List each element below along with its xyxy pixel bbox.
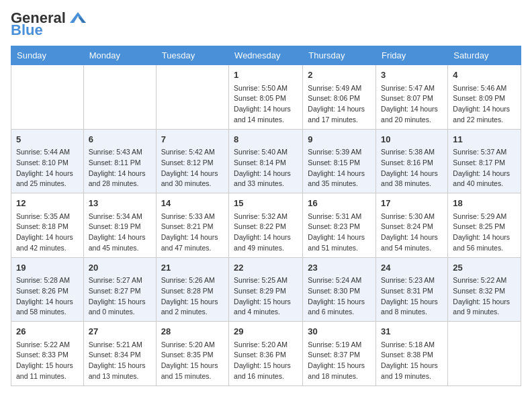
day-number: 19: [16, 261, 79, 275]
weekday-header-thursday: Thursday: [303, 46, 376, 65]
day-number: 20: [89, 261, 151, 275]
day-info: Sunrise: 5:44 AM Sunset: 8:10 PM Dayligh…: [16, 147, 79, 189]
day-number: 12: [16, 197, 79, 210]
day-number: 28: [161, 325, 224, 338]
day-number: 25: [453, 261, 516, 275]
calendar-cell: [156, 65, 228, 130]
calendar-cell: 21Sunrise: 5:26 AM Sunset: 8:28 PM Dayli…: [156, 257, 228, 322]
day-number: 3: [381, 68, 443, 82]
day-info: Sunrise: 5:23 AM Sunset: 8:31 PM Dayligh…: [381, 275, 443, 318]
day-info: Sunrise: 5:19 AM Sunset: 8:37 PM Dayligh…: [308, 340, 371, 382]
weekday-header-saturday: Saturday: [448, 46, 521, 65]
calendar-table: SundayMondayTuesdayWednesdayThursdayFrid…: [11, 46, 521, 386]
day-info: Sunrise: 5:29 AM Sunset: 8:25 PM Dayligh…: [453, 212, 516, 254]
day-info: Sunrise: 5:28 AM Sunset: 8:26 PM Dayligh…: [16, 275, 79, 318]
weekday-header-row: SundayMondayTuesdayWednesdayThursdayFrid…: [11, 46, 521, 65]
calendar-cell: 10Sunrise: 5:38 AM Sunset: 8:16 PM Dayli…: [376, 129, 448, 193]
calendar-cell: 15Sunrise: 5:32 AM Sunset: 8:22 PM Dayli…: [229, 193, 303, 258]
calendar-cell: 23Sunrise: 5:24 AM Sunset: 8:30 PM Dayli…: [303, 257, 376, 322]
day-info: Sunrise: 5:27 AM Sunset: 8:27 PM Dayligh…: [89, 275, 151, 318]
day-number: 14: [161, 197, 224, 210]
calendar-cell: 27Sunrise: 5:21 AM Sunset: 8:34 PM Dayli…: [83, 322, 156, 386]
calendar-week-5: 26Sunrise: 5:22 AM Sunset: 8:33 PM Dayli…: [11, 322, 521, 386]
day-info: Sunrise: 5:30 AM Sunset: 8:24 PM Dayligh…: [381, 212, 443, 254]
day-info: Sunrise: 5:24 AM Sunset: 8:30 PM Dayligh…: [308, 275, 371, 318]
day-info: Sunrise: 5:43 AM Sunset: 8:11 PM Dayligh…: [89, 147, 151, 189]
day-info: Sunrise: 5:21 AM Sunset: 8:34 PM Dayligh…: [89, 340, 151, 382]
calendar-cell: 13Sunrise: 5:34 AM Sunset: 8:19 PM Dayli…: [83, 193, 156, 258]
day-number: 21: [161, 261, 224, 275]
day-number: 9: [308, 133, 371, 146]
calendar-week-2: 5Sunrise: 5:44 AM Sunset: 8:10 PM Daylig…: [11, 129, 521, 193]
day-number: 16: [308, 197, 371, 210]
day-info: Sunrise: 5:46 AM Sunset: 8:09 PM Dayligh…: [453, 83, 516, 126]
day-number: 1: [234, 68, 298, 82]
calendar-cell: 5Sunrise: 5:44 AM Sunset: 8:10 PM Daylig…: [11, 129, 84, 193]
calendar-cell: 20Sunrise: 5:27 AM Sunset: 8:27 PM Dayli…: [83, 257, 156, 322]
day-info: Sunrise: 5:47 AM Sunset: 8:07 PM Dayligh…: [381, 83, 443, 126]
logo-blue-text: Blue: [11, 23, 89, 38]
day-number: 18: [453, 197, 516, 210]
calendar-cell: 19Sunrise: 5:28 AM Sunset: 8:26 PM Dayli…: [11, 257, 84, 322]
calendar-cell: 29Sunrise: 5:20 AM Sunset: 8:36 PM Dayli…: [229, 322, 303, 386]
day-info: Sunrise: 5:35 AM Sunset: 8:18 PM Dayligh…: [16, 212, 79, 254]
day-info: Sunrise: 5:26 AM Sunset: 8:28 PM Dayligh…: [161, 275, 224, 318]
day-number: 10: [381, 133, 443, 146]
calendar-cell: 4Sunrise: 5:46 AM Sunset: 8:09 PM Daylig…: [448, 65, 521, 130]
day-number: 17: [381, 197, 443, 210]
day-number: 27: [89, 325, 151, 338]
day-info: Sunrise: 5:20 AM Sunset: 8:36 PM Dayligh…: [234, 340, 298, 382]
day-info: Sunrise: 5:38 AM Sunset: 8:16 PM Dayligh…: [381, 147, 443, 189]
day-number: 30: [308, 325, 371, 338]
day-info: Sunrise: 5:22 AM Sunset: 8:32 PM Dayligh…: [453, 275, 516, 318]
calendar-week-4: 19Sunrise: 5:28 AM Sunset: 8:26 PM Dayli…: [11, 257, 521, 322]
calendar-cell: [11, 65, 84, 130]
day-info: Sunrise: 5:31 AM Sunset: 8:23 PM Dayligh…: [308, 212, 371, 254]
weekday-header-monday: Monday: [83, 46, 156, 65]
calendar-cell: 25Sunrise: 5:22 AM Sunset: 8:32 PM Dayli…: [448, 257, 521, 322]
day-info: Sunrise: 5:40 AM Sunset: 8:14 PM Dayligh…: [234, 147, 298, 189]
weekday-header-friday: Friday: [376, 46, 448, 65]
calendar-cell: 2Sunrise: 5:49 AM Sunset: 8:06 PM Daylig…: [303, 65, 376, 130]
calendar-cell: 11Sunrise: 5:37 AM Sunset: 8:17 PM Dayli…: [448, 129, 521, 193]
day-number: 13: [89, 197, 151, 210]
calendar-cell: 28Sunrise: 5:20 AM Sunset: 8:35 PM Dayli…: [156, 322, 228, 386]
day-number: 22: [234, 261, 298, 275]
day-number: 5: [16, 133, 79, 146]
day-info: Sunrise: 5:22 AM Sunset: 8:33 PM Dayligh…: [16, 340, 79, 382]
weekday-header-sunday: Sunday: [11, 46, 84, 65]
day-info: Sunrise: 5:50 AM Sunset: 8:05 PM Dayligh…: [234, 83, 298, 126]
calendar-cell: 22Sunrise: 5:25 AM Sunset: 8:29 PM Dayli…: [229, 257, 303, 322]
day-number: 4: [453, 68, 516, 82]
calendar-cell: [448, 322, 521, 386]
day-number: 31: [381, 325, 443, 338]
day-number: 2: [308, 68, 371, 82]
day-number: 11: [453, 133, 516, 146]
day-number: 6: [89, 133, 151, 146]
calendar-cell: 31Sunrise: 5:18 AM Sunset: 8:38 PM Dayli…: [376, 322, 448, 386]
calendar-cell: 30Sunrise: 5:19 AM Sunset: 8:37 PM Dayli…: [303, 322, 376, 386]
day-number: 7: [161, 133, 224, 146]
day-info: Sunrise: 5:39 AM Sunset: 8:15 PM Dayligh…: [308, 147, 371, 189]
calendar-cell: 16Sunrise: 5:31 AM Sunset: 8:23 PM Dayli…: [303, 193, 376, 258]
day-info: Sunrise: 5:32 AM Sunset: 8:22 PM Dayligh…: [234, 212, 298, 254]
calendar-cell: 17Sunrise: 5:30 AM Sunset: 8:24 PM Dayli…: [376, 193, 448, 258]
calendar-cell: 3Sunrise: 5:47 AM Sunset: 8:07 PM Daylig…: [376, 65, 448, 130]
calendar-cell: 9Sunrise: 5:39 AM Sunset: 8:15 PM Daylig…: [303, 129, 376, 193]
calendar-cell: 7Sunrise: 5:42 AM Sunset: 8:12 PM Daylig…: [156, 129, 228, 193]
weekday-header-tuesday: Tuesday: [156, 46, 228, 65]
calendar-cell: 14Sunrise: 5:33 AM Sunset: 8:21 PM Dayli…: [156, 193, 228, 258]
day-info: Sunrise: 5:37 AM Sunset: 8:17 PM Dayligh…: [453, 147, 516, 189]
day-number: 23: [308, 261, 371, 275]
day-number: 29: [234, 325, 298, 338]
calendar-week-1: 1Sunrise: 5:50 AM Sunset: 8:05 PM Daylig…: [11, 65, 521, 130]
calendar-cell: 1Sunrise: 5:50 AM Sunset: 8:05 PM Daylig…: [229, 65, 303, 130]
day-info: Sunrise: 5:20 AM Sunset: 8:35 PM Dayligh…: [161, 340, 224, 382]
day-info: Sunrise: 5:33 AM Sunset: 8:21 PM Dayligh…: [161, 212, 224, 254]
calendar-week-3: 12Sunrise: 5:35 AM Sunset: 8:18 PM Dayli…: [11, 193, 521, 258]
day-info: Sunrise: 5:49 AM Sunset: 8:06 PM Dayligh…: [308, 83, 371, 126]
calendar-cell: 18Sunrise: 5:29 AM Sunset: 8:25 PM Dayli…: [448, 193, 521, 258]
day-number: 8: [234, 133, 298, 146]
calendar-cell: [83, 65, 156, 130]
day-info: Sunrise: 5:42 AM Sunset: 8:12 PM Dayligh…: [161, 147, 224, 189]
